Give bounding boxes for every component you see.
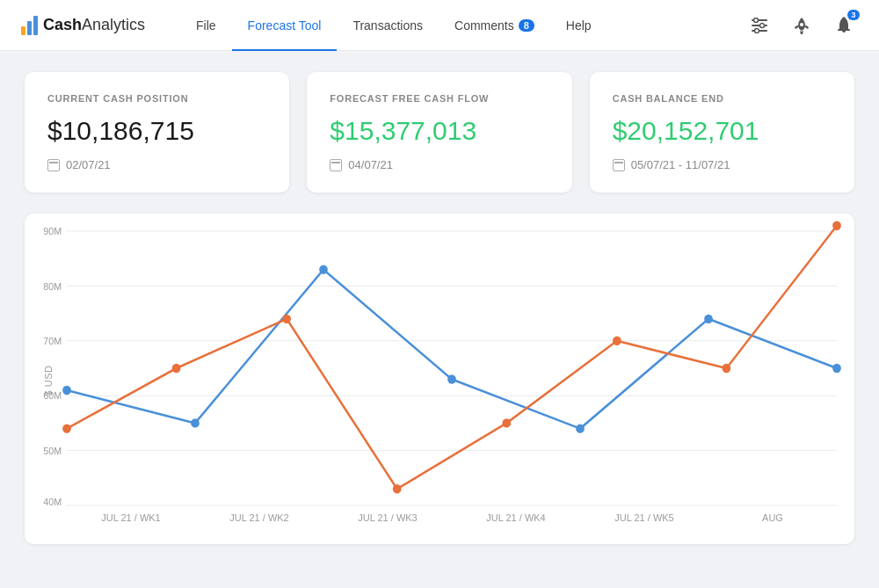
orange-dot-2	[172, 364, 181, 373]
chart-panel: $ USD	[25, 214, 854, 544]
logo-bar-1	[21, 26, 25, 35]
card-date-forecast: 04/07/21	[330, 158, 548, 171]
card-cash-balance: CASH BALANCE END $20,152,701 05/07/21 - …	[590, 72, 854, 192]
x-label-4: JUL 21 / WK4	[452, 512, 580, 523]
nav-links: File Forecast Tool Transactions Comments…	[180, 0, 745, 51]
logo[interactable]: CashAnalytics	[21, 16, 145, 35]
date-text-balance: 05/07/21 - 11/07/21	[631, 158, 730, 171]
cards-row: CURRENT CASH POSITION $10,186,715 02/07/…	[25, 72, 854, 192]
nav-actions: 3	[745, 11, 858, 40]
svg-text:40M: 40M	[43, 497, 62, 507]
x-axis-labels: JUL 21 / WK1 JUL 21 / WK2 JUL 21 / WK3 J…	[67, 505, 837, 530]
blue-dot-4	[447, 374, 456, 383]
calendar-icon-3	[613, 159, 625, 171]
card-value-forecast: $15,377,013	[330, 116, 548, 146]
svg-text:90M: 90M	[43, 226, 62, 236]
nav-transactions[interactable]: Transactions	[337, 0, 439, 51]
svg-point-5	[755, 28, 759, 33]
svg-rect-7	[838, 29, 850, 31]
svg-point-6	[800, 23, 803, 26]
x-label-5: JUL 21 / WK5	[580, 512, 708, 523]
settings-icon	[752, 18, 767, 33]
nav-help[interactable]: Help	[550, 0, 607, 51]
line-chart: 90M 80M 70M 60M 50M 40M	[67, 231, 837, 505]
svg-point-4	[760, 23, 765, 27]
x-label-6: AUG	[708, 512, 837, 523]
orange-dot-7	[723, 364, 731, 373]
date-text-current-cash: 02/07/21	[66, 158, 111, 171]
card-date-current-cash: 02/07/21	[47, 158, 266, 171]
chart-svg-area: 90M 80M 70M 60M 50M 40M	[67, 231, 837, 505]
card-value-balance: $20,152,701	[613, 116, 832, 146]
nav-file[interactable]: File	[180, 0, 232, 51]
orange-dot-6	[613, 337, 621, 345]
svg-text:80M: 80M	[43, 280, 62, 291]
settings-button[interactable]	[745, 11, 774, 40]
bell-badge: 3	[847, 10, 860, 20]
logo-text: CashAnalytics	[43, 16, 145, 34]
logo-icon	[21, 16, 38, 35]
card-label-forecast: FORECAST FREE CASH FLOW	[330, 93, 548, 104]
orange-dot-1	[62, 424, 71, 432]
blue-dot-1	[62, 386, 71, 395]
x-label-1: JUL 21 / WK1	[67, 512, 195, 523]
orange-dot-5	[502, 418, 511, 427]
nav-forecast-tool[interactable]: Forecast Tool	[232, 0, 338, 51]
card-current-cash: CURRENT CASH POSITION $10,186,715 02/07/…	[25, 72, 289, 192]
svg-text:70M: 70M	[43, 336, 62, 346]
rocket-button[interactable]	[788, 11, 816, 40]
svg-text:50M: 50M	[43, 445, 62, 455]
svg-text:60M: 60M	[43, 390, 62, 401]
orange-dot-3	[282, 315, 291, 323]
card-forecast-cash: FORECAST FREE CASH FLOW $15,377,013 04/0…	[307, 72, 571, 192]
blue-dot-6	[704, 315, 713, 323]
navbar: CashAnalytics File Forecast Tool Transac…	[0, 0, 879, 51]
calendar-icon	[47, 159, 60, 171]
comments-badge: 8	[519, 19, 534, 32]
blue-dot-7	[832, 364, 841, 373]
card-date-balance: 05/07/21 - 11/07/21	[613, 158, 832, 171]
x-label-3: JUL 21 / WK3	[323, 512, 452, 523]
blue-dot-2	[191, 418, 200, 427]
chart-container: $ USD	[33, 231, 837, 530]
logo-bar-3	[33, 16, 38, 35]
main-content: CURRENT CASH POSITION $10,186,715 02/07/…	[0, 51, 879, 565]
card-value-current-cash: $10,186,715	[47, 116, 266, 146]
card-label-balance: CASH BALANCE END	[613, 93, 832, 104]
blue-dot-3	[319, 265, 328, 273]
blue-line	[67, 270, 837, 429]
x-label-2: JUL 21 / WK2	[195, 512, 323, 523]
rocket-icon	[794, 17, 810, 34]
orange-line	[67, 226, 837, 490]
svg-point-3	[754, 18, 759, 22]
bell-button[interactable]: 3	[830, 11, 858, 40]
date-text-forecast: 04/07/21	[348, 158, 393, 171]
blue-dot-5	[576, 424, 585, 432]
calendar-icon-2	[330, 159, 342, 171]
orange-dot-4	[393, 484, 402, 493]
orange-dot-8	[832, 221, 841, 230]
logo-bar-2	[27, 21, 32, 35]
nav-comments[interactable]: Comments 8	[439, 0, 550, 51]
card-label-current-cash: CURRENT CASH POSITION	[47, 93, 266, 104]
